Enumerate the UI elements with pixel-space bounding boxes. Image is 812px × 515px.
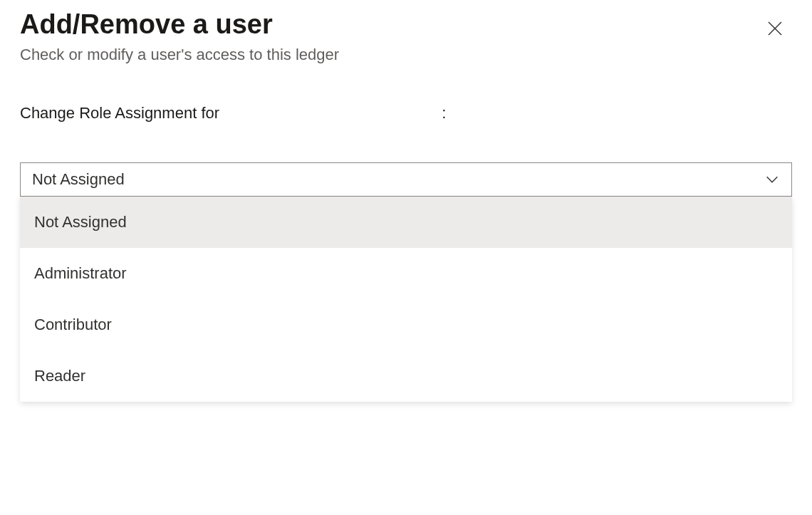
role-option[interactable]: Not Assigned xyxy=(20,197,792,248)
role-select-list: Not AssignedAdministratorContributorRead… xyxy=(20,197,792,402)
role-option[interactable]: Administrator xyxy=(20,248,792,299)
chevron-down-icon xyxy=(764,172,780,187)
role-select[interactable]: Not Assigned xyxy=(20,162,792,197)
role-option[interactable]: Reader xyxy=(20,350,792,402)
close-button[interactable] xyxy=(762,16,788,43)
role-select-value: Not Assigned xyxy=(32,170,125,189)
role-assignment-label-suffix: : xyxy=(442,104,446,122)
close-icon xyxy=(766,20,784,39)
role-assignment-label: Change Role Assignment for : xyxy=(20,104,792,123)
page-title: Add/Remove a user xyxy=(20,9,762,41)
page-subtitle: Check or modify a user's access to this … xyxy=(20,46,762,64)
role-assignment-label-prefix: Change Role Assignment for xyxy=(20,104,219,122)
role-option[interactable]: Contributor xyxy=(20,299,792,350)
